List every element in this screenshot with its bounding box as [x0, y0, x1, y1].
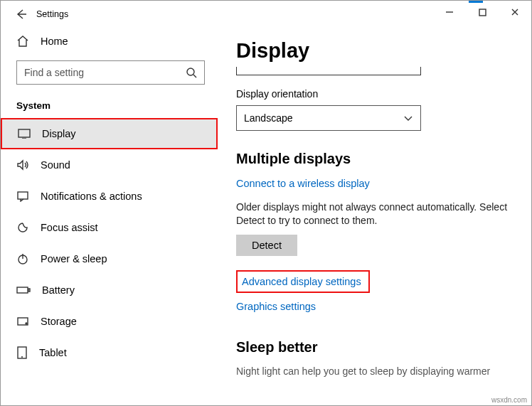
sidebar-item-label: Focus assist [41, 222, 98, 233]
sidebar-item-label: Tablet [39, 347, 67, 358]
sidebar-item-sound[interactable]: Sound [1, 149, 218, 181]
wireless-display-link[interactable]: Connect to a wireless display [236, 178, 370, 189]
window-controls [433, 1, 531, 23]
search-icon [186, 67, 197, 78]
back-arrow-icon [14, 8, 27, 21]
sidebar-item-label: Storage [41, 316, 77, 327]
sidebar: Home Find a setting System Display Sound… [1, 28, 218, 405]
home-icon [16, 35, 29, 48]
storage-icon [16, 316, 29, 326]
svg-rect-5 [17, 287, 28, 293]
display-icon [18, 129, 31, 139]
orientation-value: Landscape [244, 112, 293, 124]
battery-icon [16, 286, 31, 294]
sound-icon [16, 159, 29, 171]
sidebar-item-label: Battery [42, 284, 75, 296]
sleep-better-heading: Sleep better [236, 339, 513, 356]
slider-remnant [236, 67, 421, 75]
multiple-displays-heading: Multiple displays [236, 151, 513, 167]
sidebar-item-label: Sound [41, 159, 70, 171]
svg-point-8 [26, 323, 27, 324]
svg-rect-3 [18, 192, 28, 199]
minimize-button[interactable] [433, 1, 466, 23]
chevron-down-icon [403, 114, 413, 122]
sleep-description: Night light can help you get to sleep by… [236, 365, 513, 377]
main-panel: Display Display orientation Landscape Mu… [218, 28, 531, 405]
detect-description: Older displays might not always connect … [236, 201, 513, 228]
sidebar-item-label: Display [42, 128, 76, 139]
graphics-settings-link[interactable]: Graphics settings [236, 301, 316, 312]
window-title: Settings [36, 9, 68, 19]
tablet-icon [16, 346, 28, 359]
sidebar-item-focus[interactable]: Focus assist [1, 212, 218, 243]
advanced-display-highlight: Advanced display settings [236, 270, 370, 293]
maximize-button[interactable] [466, 1, 499, 23]
search-placeholder: Find a setting [24, 67, 84, 78]
close-button[interactable] [499, 1, 531, 23]
sidebar-item-power[interactable]: Power & sleep [1, 243, 218, 274]
detect-button[interactable]: Detect [236, 235, 297, 256]
back-button[interactable] [9, 3, 32, 26]
page-title: Display [236, 39, 513, 63]
sidebar-item-storage[interactable]: Storage [1, 306, 218, 337]
orientation-select[interactable]: Landscape [236, 105, 421, 131]
watermark: wsxdn.com [491, 396, 527, 404]
sidebar-item-tablet[interactable]: Tablet [1, 337, 218, 368]
advanced-display-link[interactable]: Advanced display settings [242, 276, 361, 287]
sidebar-item-display[interactable]: Display [1, 118, 218, 149]
section-header: System [1, 85, 218, 118]
sidebar-item-label: Notifications & actions [41, 191, 142, 202]
home-label: Home [41, 36, 68, 47]
focus-icon [16, 221, 29, 234]
orientation-label: Display orientation [236, 88, 513, 100]
sidebar-item-label: Power & sleep [41, 253, 107, 265]
sidebar-item-notifications[interactable]: Notifications & actions [1, 181, 218, 212]
search-input[interactable]: Find a setting [16, 60, 205, 85]
svg-point-1 [187, 68, 194, 75]
power-icon [16, 252, 29, 265]
home-nav[interactable]: Home [1, 28, 218, 58]
svg-rect-2 [18, 129, 30, 137]
svg-rect-0 [479, 9, 486, 16]
notifications-icon [16, 191, 29, 202]
svg-rect-6 [28, 289, 30, 292]
sidebar-item-battery[interactable]: Battery [1, 274, 218, 306]
